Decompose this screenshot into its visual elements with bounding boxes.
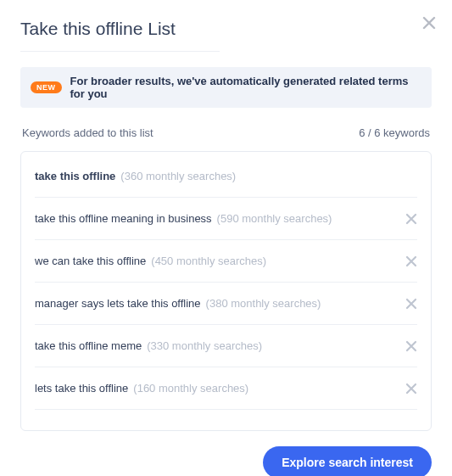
keyword-meta: (380 monthly searches): [206, 297, 321, 310]
dialog-title: Take this offline List: [20, 19, 220, 52]
keyword-row: manager says lets take this offline(380 …: [35, 283, 417, 325]
remove-keyword-button[interactable]: [405, 340, 417, 352]
keyword-row-content: manager says lets take this offline(380 …: [35, 297, 321, 310]
keyword-row-content: take this offline meme(330 monthly searc…: [35, 339, 262, 352]
keyword-row-content: take this offline(360 monthly searches): [35, 170, 236, 182]
list-header: Keywords added to this list 6 / 6 keywor…: [20, 126, 432, 139]
keyword-row: take this offline meaning in business(59…: [35, 198, 417, 240]
keyword-meta: (360 monthly searches): [120, 170, 236, 182]
close-icon: [405, 340, 417, 352]
close-icon: [405, 383, 417, 395]
explore-search-interest-button[interactable]: Explore search interest: [263, 446, 432, 476]
remove-keyword-button[interactable]: [405, 298, 417, 310]
info-banner: NEW For broader results, we've automatic…: [20, 67, 432, 108]
keyword-count: 6 / 6 keywords: [359, 126, 430, 139]
keyword-term: take this offline: [35, 170, 115, 182]
keyword-row-content: we can take this offline(450 monthly sea…: [35, 255, 266, 267]
close-dialog-button[interactable]: [421, 15, 437, 31]
keyword-term: manager says lets take this offline: [35, 297, 201, 310]
keyword-row-content: lets take this offline(160 monthly searc…: [35, 382, 248, 395]
keyword-row: we can take this offline(450 monthly sea…: [35, 240, 417, 283]
remove-keyword-button[interactable]: [405, 213, 417, 225]
keyword-row-content: take this offline meaning in business(59…: [35, 212, 332, 225]
remove-keyword-button[interactable]: [405, 383, 417, 395]
keyword-row: lets take this offline(160 monthly searc…: [35, 367, 417, 410]
banner-text: For broader results, we've automatically…: [70, 75, 422, 100]
keyword-term: take this offline meaning in business: [35, 212, 212, 225]
keyword-meta: (590 monthly searches): [217, 212, 332, 225]
close-icon: [405, 213, 417, 225]
close-icon: [405, 255, 417, 267]
list-header-label: Keywords added to this list: [22, 126, 153, 139]
new-badge: NEW: [31, 81, 62, 93]
keyword-term: lets take this offline: [35, 382, 128, 395]
keyword-term: we can take this offline: [35, 255, 146, 267]
keyword-meta: (330 monthly searches): [147, 339, 262, 352]
keyword-meta: (450 monthly searches): [151, 255, 266, 267]
keyword-meta: (160 monthly searches): [133, 382, 248, 395]
close-icon: [405, 298, 417, 310]
keyword-row: take this offline meme(330 monthly searc…: [35, 325, 417, 367]
remove-keyword-button[interactable]: [405, 255, 417, 267]
close-icon: [421, 15, 437, 31]
keyword-row: take this offline(360 monthly searches): [35, 155, 417, 198]
keyword-list: take this offline(360 monthly searches)t…: [20, 151, 432, 431]
keyword-term: take this offline meme: [35, 339, 142, 352]
